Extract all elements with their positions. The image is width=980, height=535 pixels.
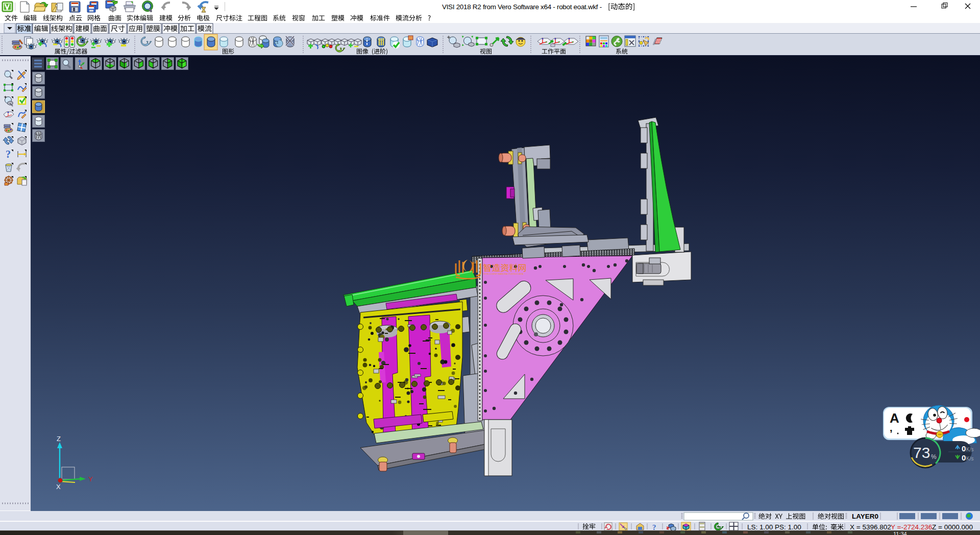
svg-text:X = 5396.802: X = 5396.802 xyxy=(850,523,891,531)
svg-text:,: , xyxy=(890,422,893,433)
svg-text:Y: Y xyxy=(88,475,93,483)
svg-text:Z: Z xyxy=(57,435,61,443)
svg-text:Y =-2724.236: Y =-2724.236 xyxy=(891,523,932,531)
svg-text:0: 0 xyxy=(962,453,966,462)
svg-text:73: 73 xyxy=(913,444,930,461)
svg-text:LS: 1.00 PS: 1.00: LS: 1.00 PS: 1.00 xyxy=(747,523,801,531)
svg-text:INTELLIGENT MANUFACTURING DATA: INTELLIGENT MANUFACTURING DATA xyxy=(483,273,523,275)
svg-text:0: 0 xyxy=(962,444,966,453)
svg-text:K/s: K/s xyxy=(966,456,973,461)
svg-text:Z = 0000.000: Z = 0000.000 xyxy=(932,523,973,531)
svg-text:K/s: K/s xyxy=(966,447,973,452)
svg-text:%: % xyxy=(931,453,937,460)
svg-text:LAYER0: LAYER0 xyxy=(852,513,878,520)
svg-text:X: X xyxy=(56,483,61,491)
